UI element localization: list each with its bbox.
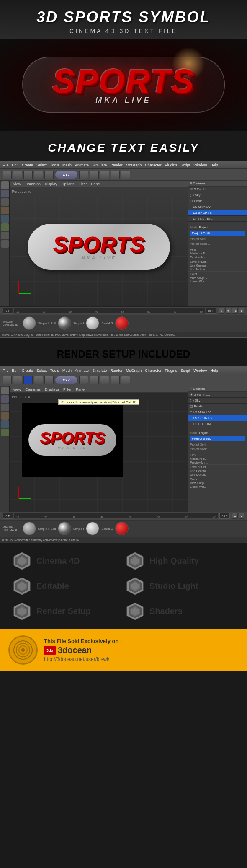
toolbar-btn-2[interactable] — [13, 171, 22, 179]
mat2-sphere-3[interactable] — [86, 522, 99, 535]
vp2-tab-panel[interactable]: Panel — [76, 387, 85, 391]
vp-tab-cameras[interactable]: Cameras — [25, 182, 41, 186]
tl-stop-btn[interactable]: ■ — [225, 308, 231, 314]
toolbar-btn-4[interactable] — [34, 171, 43, 179]
menu2-tools[interactable]: Tools — [50, 368, 59, 373]
toolbar-btn-5[interactable] — [44, 171, 54, 179]
toolbar-btn-6[interactable] — [79, 171, 88, 179]
vp2-tab-cameras[interactable]: Cameras — [25, 387, 41, 391]
mat-sphere-1[interactable] — [23, 316, 36, 330]
rp-item-text[interactable]: T LT TEXT BA... — [188, 216, 247, 222]
menu2-animate[interactable]: Animate — [75, 368, 89, 373]
rp-item-boole[interactable]: ◻ Boole — [188, 198, 247, 204]
rp2-item-sky[interactable]: ◯ Sky — [188, 398, 247, 404]
tl-next-btn[interactable]: ▶ — [239, 308, 244, 314]
mat-sphere-4[interactable] — [115, 316, 129, 330]
mat2-sphere-2[interactable] — [58, 522, 71, 535]
vp-tab-options[interactable]: Options — [61, 182, 74, 186]
vp2-tab-options[interactable]: Filter — [63, 387, 72, 391]
left2-icon-3[interactable] — [1, 404, 9, 411]
left-icon-7[interactable] — [1, 232, 9, 239]
menu2-mesh[interactable]: Mesh — [62, 368, 72, 373]
toolbar-btn-3[interactable] — [23, 171, 33, 179]
toolbar2-xyz[interactable]: XYZ — [55, 376, 78, 384]
left-icon-1[interactable] — [1, 181, 9, 189]
menu2-plugins[interactable]: Plugins — [165, 368, 178, 373]
toolbar2-btn-1[interactable] — [3, 376, 12, 384]
rp-item-mka[interactable]: T LS MKA UV — [188, 204, 247, 210]
rp-item-sports[interactable]: T LS SPORTS — [188, 210, 247, 216]
left-icon-3[interactable] — [1, 198, 9, 206]
vp-tab-panel[interactable]: Panel — [91, 182, 100, 186]
left-icon-2[interactable] — [1, 190, 9, 197]
left-icon-4[interactable] — [1, 207, 9, 214]
tl2-stop-btn[interactable]: ■ — [239, 513, 244, 519]
left2-icon-2[interactable] — [1, 395, 9, 403]
vp2-tab-view[interactable]: View — [13, 387, 21, 391]
menu2-create[interactable]: Create — [22, 368, 33, 373]
menu2-script[interactable]: Script — [180, 368, 190, 373]
mat-sphere-2[interactable] — [58, 316, 71, 330]
toolbar2-btn-8[interactable] — [100, 376, 109, 384]
toolbar-btn-9[interactable] — [111, 171, 120, 179]
vp-tab-view[interactable]: View — [13, 182, 21, 186]
left-icon-8[interactable] — [1, 240, 9, 248]
menu2-select[interactable]: Select — [36, 368, 47, 373]
rp-item-sky[interactable]: ◯ Sky — [188, 192, 247, 198]
rp-item-3point[interactable]: ☀ 3 Point L... — [188, 187, 247, 192]
tl2-field-end[interactable]: 90 F — [219, 513, 230, 519]
menu-file[interactable]: File — [3, 163, 9, 167]
footer-url[interactable]: http://3docean.net/user/loswl/ — [44, 656, 239, 662]
rp-project-settings-btn[interactable]: Project Setti... — [190, 231, 245, 236]
menu-animate[interactable]: Animate — [75, 163, 89, 167]
menu-select[interactable]: Select — [36, 163, 47, 167]
left2-icon-1[interactable] — [1, 387, 9, 394]
menu2-file[interactable]: File — [3, 368, 9, 373]
menu2-window[interactable]: Window — [193, 368, 207, 373]
tl-field-end[interactable]: 90 F — [206, 308, 216, 314]
rp2-project-settings-btn[interactable]: Project Setti... — [190, 436, 245, 441]
menu-script[interactable]: Script — [180, 163, 190, 167]
left-icon-5[interactable] — [1, 215, 9, 223]
toolbar-xyz[interactable]: XYZ — [55, 171, 78, 179]
tl2-play-btn[interactable]: ▶ — [232, 513, 238, 519]
menu-character[interactable]: Character — [145, 163, 162, 167]
menu-mesh[interactable]: Mesh — [62, 163, 72, 167]
mat2-sphere-4[interactable] — [115, 522, 129, 535]
rp2-item-sports[interactable]: T LS SPORTS — [188, 415, 247, 421]
toolbar-btn-10[interactable] — [121, 171, 130, 179]
menu2-edit[interactable]: Edit — [12, 368, 19, 373]
toolbar2-btn-2[interactable] — [13, 376, 22, 384]
toolbar2-btn-3[interactable] — [23, 376, 33, 384]
toolbar2-btn-10[interactable] — [121, 376, 130, 384]
menu-simulate[interactable]: Simulate — [92, 163, 107, 167]
vp-tab-display[interactable]: Display — [45, 182, 57, 186]
toolbar-btn-1[interactable] — [3, 171, 12, 179]
vp-tab-filter[interactable]: Filter — [78, 182, 87, 186]
menu2-mograph[interactable]: MoGraph — [126, 368, 142, 373]
rp2-item-boole[interactable]: ◻ Boole — [188, 404, 247, 409]
toolbar2-btn-4[interactable] — [34, 376, 43, 384]
mat2-sphere-1[interactable] — [23, 522, 36, 535]
left2-icon-6[interactable] — [1, 429, 9, 436]
menu-render[interactable]: Render — [110, 163, 123, 167]
tl-prev-btn[interactable]: ◀ — [232, 308, 238, 314]
toolbar2-btn-7[interactable] — [90, 376, 99, 384]
menu-mograph[interactable]: MoGraph — [126, 163, 142, 167]
menu-help[interactable]: Help — [210, 163, 218, 167]
tl-play-btn[interactable]: ▶ — [219, 308, 224, 314]
menu2-simulate[interactable]: Simulate — [92, 368, 107, 373]
tl2-field-start[interactable]: 0 F — [3, 513, 13, 519]
left-icon-6[interactable] — [1, 223, 9, 231]
toolbar2-btn-5[interactable] — [44, 376, 54, 384]
rp2-item-mka[interactable]: T LS MKA UV — [188, 409, 247, 415]
toolbar-btn-7[interactable] — [90, 171, 99, 179]
menu2-character[interactable]: Character — [145, 368, 162, 373]
menu2-help[interactable]: Help — [210, 368, 218, 373]
rp2-item-3point[interactable]: ☀ 3 Point L... — [188, 392, 247, 398]
menu-plugins[interactable]: Plugins — [165, 163, 178, 167]
toolbar2-btn-6[interactable] — [79, 376, 88, 384]
menu-create[interactable]: Create — [22, 163, 33, 167]
menu2-render[interactable]: Render — [110, 368, 123, 373]
menu-tools[interactable]: Tools — [50, 163, 59, 167]
